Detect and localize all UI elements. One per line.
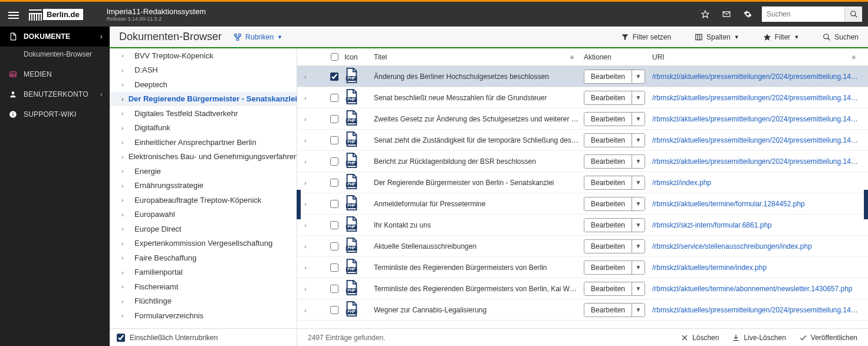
- uri-link[interactable]: /rbmskzl/index.php: [652, 179, 861, 187]
- edit-button[interactable]: Bearbeiten: [584, 197, 632, 210]
- edit-button[interactable]: Bearbeiten: [584, 134, 632, 147]
- edit-dropdown-toggle[interactable]: ▼: [632, 91, 645, 104]
- expand-icon[interactable]: ›: [121, 182, 130, 189]
- logo[interactable]: Berlin.de: [29, 8, 83, 21]
- expand-icon[interactable]: ›: [121, 167, 130, 174]
- uri-link[interactable]: /rbmskzl/aktuelles/pressemitteilungen/20…: [652, 306, 861, 314]
- uri-link[interactable]: /rbmskzl/aktuelles/termine/formular.1284…: [652, 200, 861, 208]
- edit-dropdown-toggle[interactable]: ▼: [632, 219, 645, 232]
- search-input[interactable]: [762, 6, 844, 22]
- filter-set-button[interactable]: Filter setzen: [621, 33, 671, 41]
- edit-dropdown-toggle[interactable]: ▼: [632, 155, 645, 168]
- uri-link[interactable]: /rbmskzl/aktuelles/termine/abonnement/ne…: [652, 285, 861, 293]
- expand-icon[interactable]: ›: [121, 52, 130, 59]
- uri-link[interactable]: /rbmskzl/skzl-intern/formular.6861.php: [652, 221, 861, 229]
- expand-icon[interactable]: ›: [121, 124, 130, 131]
- table-row[interactable]: ›PHPSenat beschließt neue Messzahlen für…: [297, 87, 868, 108]
- expand-icon[interactable]: ›: [121, 283, 130, 290]
- nav-item-support-wiki[interactable]: SUPPORT-WIKI: [0, 104, 110, 124]
- include-subrubrics-checkbox[interactable]: [117, 334, 125, 342]
- table-row[interactable]: ›PHPÄnderung des Berliner Hochschulgeset…: [297, 66, 868, 87]
- row-expand-icon[interactable]: ›: [304, 200, 307, 207]
- menu-toggle[interactable]: [0, 10, 27, 18]
- tree-item[interactable]: ›Deeptech•••: [110, 77, 297, 92]
- columns-dropdown[interactable]: Spalten ▼: [695, 33, 739, 41]
- expand-icon[interactable]: ›: [121, 139, 130, 146]
- publish-button[interactable]: Veröffentlichen: [799, 334, 857, 342]
- edit-dropdown-toggle[interactable]: ▼: [632, 113, 645, 126]
- edit-dropdown-toggle[interactable]: ▼: [632, 261, 645, 274]
- tree-item[interactable]: ›Digitales Testfeld Stadtverkehr•••: [110, 106, 297, 121]
- row-expand-icon[interactable]: ›: [304, 137, 307, 144]
- edit-button[interactable]: Bearbeiten: [584, 282, 632, 295]
- header-search-button[interactable]: Suchen: [823, 33, 859, 41]
- nav-item-benutzerkonto[interactable]: BENUTZERKONTO›: [0, 84, 110, 104]
- row-checkbox[interactable]: [330, 179, 338, 187]
- expand-icon[interactable]: ›: [121, 81, 130, 88]
- edit-button[interactable]: Bearbeiten: [584, 70, 632, 83]
- row-checkbox[interactable]: [330, 306, 338, 314]
- uri-link[interactable]: /rbmskzl/aktuelles/pressemitteilungen/20…: [652, 115, 861, 123]
- row-checkbox[interactable]: [330, 200, 338, 208]
- tree-item[interactable]: ›Familienportal•••: [110, 265, 297, 280]
- messages-button[interactable]: [716, 10, 737, 18]
- edit-dropdown-toggle[interactable]: ▼: [632, 240, 645, 253]
- edit-button[interactable]: Bearbeiten: [584, 91, 632, 104]
- edit-dropdown-toggle[interactable]: ▼: [632, 282, 645, 295]
- live-delete-button[interactable]: Live-Löschen: [732, 334, 785, 342]
- expand-icon[interactable]: ›: [121, 110, 130, 117]
- expand-icon[interactable]: ›: [121, 95, 124, 103]
- uri-link[interactable]: /rbmskzl/aktuelles/termine/index.php: [652, 263, 861, 272]
- row-expand-icon[interactable]: ›: [304, 243, 307, 250]
- row-checkbox[interactable]: [330, 73, 338, 81]
- expand-icon[interactable]: ›: [121, 196, 130, 203]
- table-row[interactable]: ›PHPTerminliste des Regierenden Bürgerme…: [297, 278, 868, 299]
- edit-button[interactable]: Bearbeiten: [584, 176, 632, 189]
- tree-item[interactable]: ›Fischereiamt•••: [110, 279, 297, 294]
- tree-item[interactable]: ›Expertenkommission Vergesellschaftung••…: [110, 236, 297, 251]
- expand-icon[interactable]: ›: [121, 211, 130, 218]
- favorites-button[interactable]: [695, 10, 716, 18]
- edit-dropdown-toggle[interactable]: ▼: [632, 197, 645, 210]
- edit-button[interactable]: Bearbeiten: [584, 113, 632, 126]
- tree-item[interactable]: ›Ernährungsstrategie•••: [110, 179, 297, 193]
- uri-link[interactable]: /rbmskzl/aktuelles/pressemitteilungen/20…: [652, 94, 861, 102]
- tree-item[interactable]: ›Energie•••: [110, 164, 297, 179]
- table-row[interactable]: ›PHPTerminliste des Regierenden Bürgerme…: [297, 257, 868, 278]
- row-checkbox[interactable]: [330, 136, 338, 144]
- uri-link[interactable]: /rbmskzl/aktuelles/pressemitteilungen/20…: [652, 73, 861, 81]
- tree-item[interactable]: ›Formularverzeichnis•••: [110, 308, 297, 323]
- header-title[interactable]: Titel◆: [374, 53, 584, 61]
- rubriken-dropdown[interactable]: Rubriken ▼: [234, 33, 282, 41]
- row-checkbox[interactable]: [330, 115, 338, 123]
- table-row[interactable]: ›PHPAnmeldeformular für PressetermineBea…: [297, 193, 868, 215]
- tree-item[interactable]: ›Europabeauftragte Treptow-Köpenick•••: [110, 193, 297, 207]
- nav-sub-dokumenten-browser[interactable]: Dokumenten-Browser: [0, 47, 110, 64]
- table-row[interactable]: ›PHPAktuelle StellenausschreibungenBearb…: [297, 236, 868, 257]
- table-row[interactable]: ›PHPWegner zur Cannabis-LegalisierungBea…: [297, 299, 868, 321]
- tree-item[interactable]: ›Elektronisches Bau- und Genehmigungsver…: [110, 150, 297, 164]
- edit-dropdown-toggle[interactable]: ▼: [632, 176, 645, 189]
- expand-icon[interactable]: ›: [121, 298, 130, 305]
- uri-link[interactable]: /rbmskzl/service/stellenausschreibungen/…: [652, 242, 861, 251]
- header-icon[interactable]: Icon: [344, 53, 374, 61]
- row-expand-icon[interactable]: ›: [304, 285, 307, 292]
- edit-dropdown-toggle[interactable]: ▼: [632, 304, 645, 317]
- collapse-right-handle[interactable]: [864, 190, 868, 219]
- table-row[interactable]: ›PHPZweites Gesetz zur Änderung des Schu…: [297, 108, 868, 130]
- row-expand-icon[interactable]: ›: [304, 222, 307, 229]
- collapse-tree-handle[interactable]: [297, 190, 301, 219]
- row-expand-icon[interactable]: ›: [304, 94, 307, 101]
- tree-item[interactable]: ›Europawahl•••: [110, 207, 297, 222]
- tree-item[interactable]: ›Einheitlicher Ansprechpartner Berlin•••: [110, 135, 297, 150]
- row-expand-icon[interactable]: ›: [304, 73, 307, 80]
- row-expand-icon[interactable]: ›: [304, 179, 307, 186]
- row-checkbox[interactable]: [330, 263, 338, 272]
- edit-button[interactable]: Bearbeiten: [584, 261, 632, 274]
- uri-link[interactable]: /rbmskzl/aktuelles/pressemitteilungen/20…: [652, 157, 861, 166]
- filter-dropdown[interactable]: Filter ▼: [763, 33, 800, 41]
- table-row[interactable]: ›PHPIhr Kontakt zu unsBearbeiten▼/rbmskz…: [297, 215, 868, 236]
- settings-button[interactable]: [737, 10, 758, 18]
- row-expand-icon[interactable]: ›: [304, 158, 307, 165]
- edit-button[interactable]: Bearbeiten: [584, 304, 632, 317]
